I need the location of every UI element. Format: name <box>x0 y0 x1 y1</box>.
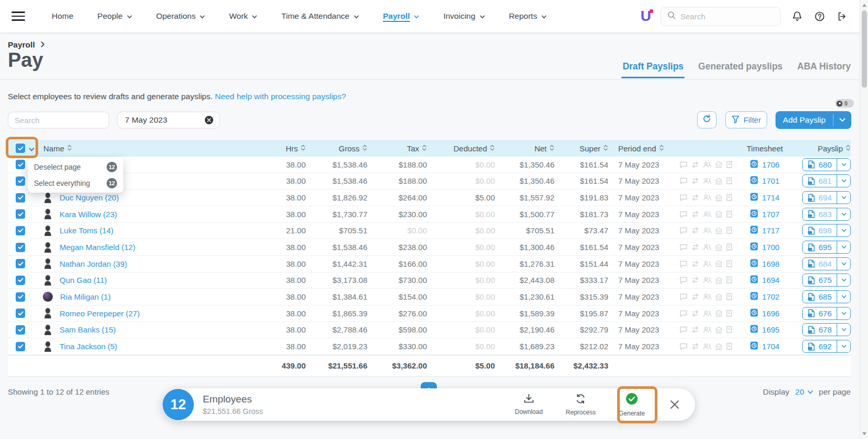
employee-name-link[interactable]: Nathan Jordan (39) <box>60 259 127 268</box>
transfer-icon[interactable] <box>691 293 700 300</box>
payslip-button[interactable]: 678 <box>802 323 851 336</box>
payslip-open[interactable]: 695 <box>803 243 836 252</box>
nav-item-reports[interactable]: Reports <box>509 11 547 21</box>
bank-icon[interactable] <box>715 260 723 267</box>
clear-date-icon[interactable] <box>204 115 214 125</box>
breadcrumb-payroll-link[interactable]: Payroll <box>8 40 35 50</box>
payslip-open[interactable]: 675 <box>803 276 836 284</box>
payslip-dropdown-chevron-icon[interactable] <box>837 278 850 282</box>
menu-item-deselect-page[interactable]: Deselect page12 <box>28 159 123 175</box>
payslip-button[interactable]: 694 <box>802 191 851 204</box>
timesheet-link[interactable]: 1700 <box>732 242 798 253</box>
people-icon[interactable] <box>703 211 712 218</box>
filter-button[interactable]: Filter <box>725 111 767 128</box>
payslip-open[interactable]: 684 <box>803 259 836 268</box>
timesheet-link[interactable]: 1704 <box>732 341 798 352</box>
employee-name-link[interactable]: Ria Miligan (1) <box>60 292 111 301</box>
row-checkbox[interactable] <box>16 276 25 285</box>
select-all-checkbox[interactable] <box>16 144 25 153</box>
people-icon[interactable] <box>703 326 712 333</box>
transfer-icon[interactable] <box>691 194 700 201</box>
transfer-icon[interactable] <box>691 177 700 184</box>
people-icon[interactable] <box>703 343 712 350</box>
bank-icon[interactable] <box>715 293 723 301</box>
refresh-button[interactable] <box>697 111 716 128</box>
scrollbar-down-arrow[interactable] <box>862 432 866 435</box>
payslip-dropdown-chevron-icon[interactable] <box>837 262 850 266</box>
bank-icon[interactable] <box>715 227 723 234</box>
scrollbar-thumb[interactable] <box>862 10 867 88</box>
row-checkbox[interactable] <box>16 193 25 203</box>
bank-icon[interactable] <box>715 194 723 201</box>
tab-generated-payslips[interactable]: Generated payslips <box>698 61 782 78</box>
comment-icon[interactable] <box>679 243 688 251</box>
timesheet-link[interactable]: 1706 <box>732 159 798 170</box>
people-icon[interactable] <box>703 161 712 168</box>
payslip-open[interactable]: 676 <box>803 309 836 318</box>
row-checkbox[interactable] <box>16 243 25 252</box>
timesheet-link[interactable]: 1707 <box>732 209 798 220</box>
payslip-dropdown-chevron-icon[interactable] <box>837 179 850 183</box>
transfer-icon[interactable] <box>691 211 700 218</box>
comment-icon[interactable] <box>679 260 688 268</box>
tab-draft-payslips[interactable]: Draft Payslips <box>622 61 684 78</box>
timesheet-link[interactable]: 1717 <box>732 225 798 236</box>
global-search-input[interactable] <box>680 12 774 21</box>
employee-name-link[interactable]: Sam Banks (15) <box>60 325 116 334</box>
employee-name-link[interactable]: Romeo Perepeper (27) <box>60 309 140 318</box>
column-header-name[interactable]: Name <box>42 144 264 153</box>
row-checkbox[interactable] <box>16 160 25 169</box>
people-icon[interactable] <box>703 277 712 283</box>
payslip-button[interactable]: 675 <box>802 274 851 287</box>
nav-item-people[interactable]: People <box>97 11 132 21</box>
employee-name-link[interactable]: Duc Nguyen (20) <box>60 193 119 202</box>
add-payslip-button[interactable]: Add Payslip <box>776 111 851 129</box>
transfer-icon[interactable] <box>691 161 700 168</box>
payslip-button[interactable]: 680 <box>802 158 851 171</box>
employee-name-link[interactable]: Megan Mansfield (12) <box>60 243 135 252</box>
payslip-button[interactable]: 681 <box>802 174 851 187</box>
timesheet-link[interactable]: 1696 <box>732 308 798 319</box>
payslip-button[interactable]: 684 <box>802 257 851 270</box>
payslip-dropdown-chevron-icon[interactable] <box>837 163 850 167</box>
comment-icon[interactable] <box>679 194 688 201</box>
help-link[interactable]: Need help with processing payslips? <box>215 92 346 101</box>
comment-icon[interactable] <box>679 326 688 334</box>
column-header-payslip[interactable]: Payslip <box>798 144 851 153</box>
row-checkbox[interactable] <box>16 259 25 268</box>
comment-icon[interactable] <box>679 293 688 301</box>
payslip-open[interactable]: 683 <box>803 210 836 219</box>
bank-icon[interactable] <box>715 310 723 317</box>
bank-icon[interactable] <box>715 210 723 218</box>
timesheet-link[interactable]: 1714 <box>732 192 798 203</box>
transfer-icon[interactable] <box>691 227 700 234</box>
menu-item-select-everything[interactable]: Select everything12 <box>28 175 123 191</box>
column-header-net[interactable]: Net <box>495 144 554 153</box>
tab-aba-history[interactable]: ABA History <box>797 61 851 78</box>
payslip-open[interactable]: 678 <box>803 325 836 334</box>
menu-icon[interactable] <box>11 11 25 21</box>
row-checkbox[interactable] <box>16 309 25 318</box>
payslip-button[interactable]: 676 <box>802 307 851 320</box>
close-action-bar-icon[interactable] <box>670 400 679 409</box>
nav-item-operations[interactable]: Operations <box>156 11 205 21</box>
app-logo[interactable]: U <box>641 9 651 23</box>
people-icon[interactable] <box>703 194 712 201</box>
payslip-open[interactable]: 692 <box>803 342 836 351</box>
transfer-icon[interactable] <box>691 260 700 267</box>
pay-date-filter[interactable]: 7 May 2023 <box>117 112 220 128</box>
add-payslip-label[interactable]: Add Payslip <box>776 111 833 129</box>
bank-icon[interactable] <box>715 177 723 185</box>
row-checkbox[interactable] <box>16 292 25 302</box>
column-header-period-end[interactable]: Period end <box>608 144 679 153</box>
column-header-super[interactable]: Super <box>554 144 608 153</box>
column-header-tax[interactable]: Tax <box>367 144 427 153</box>
row-checkbox[interactable] <box>16 342 25 351</box>
bank-icon[interactable] <box>715 244 723 251</box>
feedback-widget[interactable]: 0 <box>835 99 854 108</box>
comment-icon[interactable] <box>679 342 688 350</box>
nav-item-home[interactable]: Home <box>52 11 73 21</box>
row-checkbox[interactable] <box>16 226 25 235</box>
bank-icon[interactable] <box>715 161 723 168</box>
comment-icon[interactable] <box>679 210 688 218</box>
